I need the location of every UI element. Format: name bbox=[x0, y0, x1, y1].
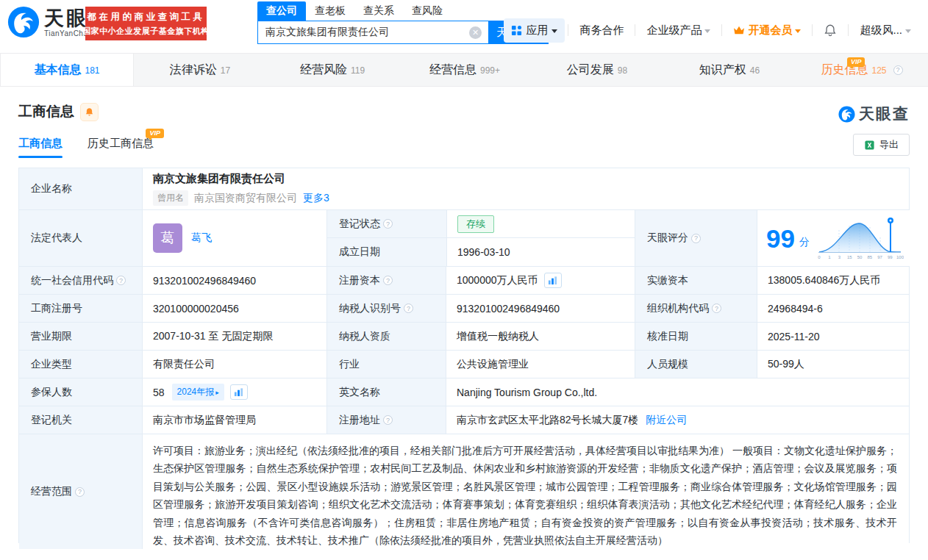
enterprise-products-menu[interactable]: 企业级产品 bbox=[646, 24, 710, 37]
subtab-business-info[interactable]: 工商信息 bbox=[18, 137, 63, 158]
legal-rep-cell: 葛 葛飞 bbox=[142, 210, 326, 266]
table-row: 法定代表人 葛 葛飞 登记状态? 存续 成立日期 1996-03-10 bbox=[19, 210, 909, 267]
table-row: 企业类型 有限责任公司 行业 公共设施管理业 人员规模 50-99人 bbox=[19, 351, 909, 378]
help-icon[interactable]: ? bbox=[712, 304, 721, 313]
notifications-bell[interactable] bbox=[824, 24, 837, 37]
tianyancha-watermark: 天眼查 bbox=[838, 104, 910, 124]
tab-history-info[interactable]: VIP 历史信息 125 ? bbox=[796, 54, 928, 86]
industry-label: 行业 bbox=[326, 351, 446, 378]
tab-basic-info[interactable]: 基本信息181 bbox=[0, 54, 134, 86]
divider bbox=[721, 24, 722, 36]
annual-report-link[interactable]: 2024年报▸ bbox=[172, 384, 224, 401]
search-tab-risk[interactable]: 查风险 bbox=[403, 1, 451, 21]
bell-icon bbox=[824, 24, 837, 37]
org-code-cell: 24968494-6 bbox=[757, 295, 909, 322]
help-icon[interactable]: ? bbox=[75, 487, 85, 497]
company-name-cell: 南京文旅集团有限责任公司 曾用名 南京国资商贸有限公司 更多3 bbox=[142, 168, 909, 209]
svg-text:100: 100 bbox=[896, 255, 904, 259]
staff-size-label: 人员规模 bbox=[635, 351, 757, 378]
more-former-names-link[interactable]: 更多3 bbox=[303, 192, 329, 205]
english-name-cell: Nanjing Tourism Group Co.,ltd. bbox=[446, 378, 909, 406]
chevron-down-icon bbox=[552, 29, 557, 33]
svg-text:0: 0 bbox=[818, 255, 821, 259]
legal-rep-name-link[interactable]: 葛飞 bbox=[191, 231, 212, 245]
apps-menu[interactable]: 应用 bbox=[504, 18, 565, 43]
super-risk-menu[interactable]: 超级风... bbox=[860, 24, 911, 37]
apps-label: 应用 bbox=[526, 24, 548, 37]
credit-code-cell: 913201002496849460 bbox=[142, 267, 326, 294]
capital-chart-icon[interactable] bbox=[544, 273, 562, 288]
crown-icon bbox=[733, 26, 745, 35]
registration-number-label: 工商注册号 bbox=[19, 295, 142, 322]
help-icon[interactable]: ? bbox=[404, 304, 413, 313]
help-icon[interactable]: ? bbox=[116, 276, 126, 285]
divider bbox=[848, 24, 849, 36]
business-scope-label: 经营范围? bbox=[19, 434, 142, 549]
search-tab-relation[interactable]: 查关系 bbox=[354, 1, 403, 21]
business-cooperation-link[interactable]: 商务合作 bbox=[579, 24, 624, 37]
arrow-right-icon: ▸ bbox=[215, 389, 219, 396]
vip-badge: VIP bbox=[146, 129, 164, 138]
svg-text:3: 3 bbox=[838, 255, 841, 259]
svg-text:99: 99 bbox=[888, 255, 893, 259]
approval-date-cell: 2025-11-20 bbox=[757, 323, 909, 350]
search-input[interactable] bbox=[257, 21, 488, 44]
former-name-tag: 曾用名 bbox=[153, 190, 188, 206]
help-icon[interactable]: ? bbox=[383, 415, 393, 425]
section-header: 工商信息 bbox=[18, 102, 99, 121]
help-icon[interactable]: ? bbox=[383, 276, 393, 285]
vip-membership-menu[interactable]: 开通会员 bbox=[733, 24, 801, 37]
tianyancha-watermark-icon bbox=[838, 106, 855, 123]
help-icon[interactable]: ? bbox=[383, 219, 393, 229]
founded-date-cell: 1996-03-10 bbox=[446, 238, 635, 266]
tab-business-info[interactable]: 经营信息999+ bbox=[399, 54, 531, 86]
nearby-companies-link[interactable]: 附近公司 bbox=[646, 414, 687, 427]
tab-legal-litigation[interactable]: 法律诉讼17 bbox=[134, 54, 266, 86]
vip-badge: VIP bbox=[847, 57, 865, 67]
tab-operational-risk[interactable]: 经营风险119 bbox=[266, 54, 399, 86]
taxpayer-id-cell: 913201002496849460 bbox=[446, 295, 635, 322]
staff-size-cell: 50-99人 bbox=[757, 351, 909, 378]
divider bbox=[812, 24, 813, 36]
company-type-cell: 有限责任公司 bbox=[142, 351, 326, 378]
table-row: 经营范围? 许可项目：旅游业务；演出经纪（依法须经批准的项目，经相关部门批准后方… bbox=[19, 434, 909, 542]
paid-capital-cell: 138005.640846万人民币 bbox=[757, 267, 909, 294]
status-founded-subtable: 登记状态? 存续 成立日期 1996-03-10 bbox=[326, 210, 635, 266]
tianyancha-logo-icon bbox=[7, 6, 40, 38]
registered-address-label: 注册地址? bbox=[326, 406, 446, 434]
registered-capital-label: 注册资本? bbox=[326, 267, 446, 294]
top-header: 天眼查 TianYanCha.com 都在用的商业查询工具 国家中小企业发展子基… bbox=[0, 0, 928, 47]
taxpayer-quality-label: 纳税人资质 bbox=[326, 323, 446, 350]
paid-capital-label: 实缴资本 bbox=[635, 267, 757, 294]
promo-banner-line2: 国家中小企业发展子基金旗下机构 bbox=[82, 26, 210, 37]
business-term-label: 营业期限 bbox=[19, 323, 142, 350]
registered-capital-cell: 1000000万人民币 bbox=[446, 267, 635, 294]
svg-text:15: 15 bbox=[847, 255, 852, 259]
help-icon[interactable]: ? bbox=[691, 234, 701, 243]
tab-intellectual-property[interactable]: 知识产权46 bbox=[663, 54, 796, 86]
svg-text:50: 50 bbox=[857, 255, 863, 259]
search-type-tabs: 查公司 查老板 查关系 查风险 bbox=[257, 1, 451, 21]
help-icon[interactable]: ? bbox=[893, 65, 903, 75]
founded-date-label: 成立日期 bbox=[327, 238, 446, 266]
tab-company-development[interactable]: 公司发展98 bbox=[531, 54, 663, 86]
search-tab-boss[interactable]: 查老板 bbox=[306, 1, 354, 21]
credit-code-label: 统一社会信用代码? bbox=[19, 267, 142, 294]
org-code-label: 组织机构代码? bbox=[635, 295, 757, 322]
search-tab-company[interactable]: 查公司 bbox=[257, 1, 306, 21]
company-name: 南京文旅集团有限责任公司 bbox=[153, 172, 285, 186]
score-value: 99 bbox=[766, 226, 795, 251]
header-right-nav: 应用 商务合作 企业级产品 开通会员 bbox=[504, 18, 919, 43]
company-section-tabs: 基本信息181 法律诉讼17 经营风险119 经营信息999+ 公司发展98 知… bbox=[0, 53, 928, 87]
former-name: 南京国资商贸有限公司 bbox=[194, 192, 297, 205]
clear-search-icon[interactable]: ✕ bbox=[469, 26, 482, 39]
subtab-history-business-info[interactable]: VIP 历史工商信息 bbox=[88, 137, 154, 158]
business-scope-cell: 许可项目：旅游业务；演出经纪（依法须经批准的项目，经相关部门批准后方可开展经营活… bbox=[142, 434, 909, 549]
export-button[interactable]: 导出 bbox=[853, 134, 910, 156]
watermark-text: 天眼查 bbox=[859, 104, 910, 124]
taxpayer-id-label: 纳税人识别号? bbox=[326, 295, 446, 322]
announcement-icon[interactable] bbox=[80, 103, 99, 121]
promo-banner: 都在用的商业查询工具 国家中小企业发展子基金旗下机构 bbox=[85, 7, 207, 40]
insured-chart-icon[interactable] bbox=[230, 384, 248, 400]
legal-rep-avatar[interactable]: 葛 bbox=[153, 223, 182, 253]
